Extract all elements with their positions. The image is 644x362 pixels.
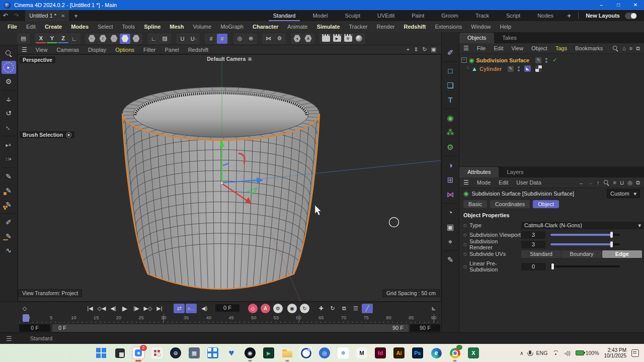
section-tab-basic[interactable]: Basic <box>463 200 487 208</box>
taskbar-zoom-icon[interactable]: 2 <box>132 346 145 359</box>
menu-mesh[interactable]: Mesh <box>165 21 188 32</box>
layout-tab-standard[interactable]: Standard <box>265 10 304 21</box>
key-parameter-toggle[interactable]: ☰ <box>350 304 361 313</box>
segment-edge[interactable]: Edge <box>602 250 642 258</box>
taskbar-illustrator-icon[interactable]: Ai <box>392 346 406 359</box>
filter-icon[interactable]: ≡ <box>629 45 632 51</box>
viewport-menu-options[interactable]: Options <box>111 47 139 53</box>
document-tab[interactable]: Untitled 1 * ✕ <box>25 10 69 21</box>
layout-tab-track[interactable]: Track <box>467 10 498 21</box>
slider-handle[interactable] <box>610 232 613 238</box>
keyframe-mode-button[interactable]: A… <box>186 304 197 313</box>
render-settings-icon[interactable] <box>354 34 364 44</box>
layout-tab-paint[interactable]: Paint <box>403 10 433 21</box>
search-icon[interactable] <box>613 45 618 51</box>
goto-start-button[interactable]: |◀ <box>85 304 96 313</box>
enabled-check-icon[interactable]: ✓ <box>552 57 557 63</box>
om-menu-icon[interactable]: ☰ <box>459 45 473 52</box>
record-rotation-button[interactable]: ↻ <box>300 304 309 313</box>
spline-pen-icon[interactable]: ✐ <box>443 46 458 59</box>
menu-spline[interactable]: Spline <box>139 21 165 32</box>
auto-mode-icon[interactable]: A <box>303 34 313 44</box>
tab-objects[interactable]: Objects <box>459 33 494 43</box>
taskbar-calculator-icon[interactable]: ▦ <box>188 346 201 359</box>
viewport-menu-panel[interactable]: Panel <box>160 47 184 53</box>
deformer-icon[interactable]: ⚙ <box>443 140 458 154</box>
forward-icon[interactable]: → <box>588 179 593 186</box>
slider-handle[interactable] <box>610 241 613 247</box>
points-move-icon[interactable]: ∷+ <box>2 152 16 165</box>
polygons-mode-icon[interactable]: ▫ <box>109 34 119 44</box>
tray-chevron-icon[interactable]: ∧ <box>520 350 524 356</box>
symmetry-icon[interactable]: ⋈ <box>263 34 274 44</box>
menu-modes[interactable]: Modes <box>66 21 93 32</box>
edges-mode-icon[interactable]: / <box>98 34 108 44</box>
generator-icon[interactable]: ◉ <box>443 111 458 125</box>
sculpt-square-icon[interactable]: ✎ <box>2 184 16 197</box>
volume-icon[interactable]: ◑ <box>443 158 458 172</box>
taskbar-indesign-icon[interactable]: Id <box>374 346 387 359</box>
taskbar-health-app-icon[interactable]: ♥ <box>225 346 238 359</box>
edit-toggle-icon[interactable]: ✎ <box>508 66 514 72</box>
menu-simulate[interactable]: Simulate <box>312 21 345 32</box>
taskbar-filmora-icon[interactable]: ▶ <box>262 346 275 359</box>
fcurve-editor-icon[interactable]: ⊾ <box>428 304 439 313</box>
sculpt-points-icon[interactable]: ✎ <box>2 198 16 211</box>
microphone-icon[interactable] <box>529 350 531 354</box>
camera-icon[interactable]: ▣ <box>443 220 458 234</box>
keyframe-settings-button[interactable]: ⚙ <box>273 304 283 313</box>
scale-tool-icon[interactable]: ↔ <box>0 118 18 137</box>
volume-icon[interactable]: ◃)) <box>564 350 570 356</box>
om-edit[interactable]: Edit <box>490 45 508 51</box>
segment-boundary[interactable]: Boundary <box>561 250 601 258</box>
taskbar-file-explorer-icon[interactable] <box>281 346 294 359</box>
make-editable-icon[interactable]: ▤ <box>18 34 29 44</box>
tab-attributes[interactable]: Attributes <box>459 167 499 177</box>
menu-edit[interactable]: Edit <box>22 21 40 32</box>
expand-icon[interactable]: − <box>461 57 467 63</box>
animation-dot-icon[interactable]: ◇ <box>463 242 469 247</box>
menu-extensions[interactable]: Extensions <box>431 21 467 32</box>
key-scale-toggle[interactable]: ⧉ <box>339 304 350 313</box>
toggle-view-icon[interactable]: ▣ <box>431 46 436 53</box>
move-tool-icon[interactable]: ↔↕ <box>2 93 16 106</box>
popout-icon[interactable]: ⧉ <box>636 179 640 186</box>
battery-indicator[interactable]: 100% <box>576 350 599 356</box>
prev-frame-button[interactable]: ◀| <box>108 304 119 313</box>
taskbar-snipping-tool-icon[interactable] <box>113 346 126 359</box>
play-button[interactable]: ▶ <box>119 304 130 313</box>
object-name[interactable]: Subdivision Surface <box>476 57 529 63</box>
fields-icon[interactable]: ⋈ <box>443 188 458 201</box>
up-icon[interactable]: ↑ <box>597 179 600 186</box>
axis-x-icon[interactable]: X <box>36 34 46 43</box>
om-file[interactable]: File <box>473 45 490 51</box>
snap-icon[interactable]: U <box>177 34 188 44</box>
taskbar-edge-icon[interactable]: e <box>430 346 443 359</box>
loop-playback-button[interactable]: ⇄ <box>174 304 185 313</box>
new-document-button[interactable]: + <box>69 12 83 20</box>
lock-icon[interactable]: ⊔ <box>620 179 624 186</box>
attr-user-data[interactable]: User Data <box>512 179 545 186</box>
language-indicator[interactable]: ENG <box>536 350 548 356</box>
notification-icon[interactable] <box>631 349 639 357</box>
taskbar-obs-studio-icon[interactable]: ◉ <box>244 346 257 359</box>
section-tab-coordinates[interactable]: Coordinates <box>490 200 530 208</box>
menu-redshift[interactable]: Redshift <box>399 21 431 32</box>
popout-icon[interactable]: ⧉ <box>636 45 640 52</box>
taskbar-ms-store-icon[interactable] <box>206 346 219 359</box>
menu-help[interactable]: Help <box>495 21 516 32</box>
object-row-cylinder[interactable]: └▲Cylinder✎◣ <box>459 64 644 73</box>
display-tag-icon[interactable] <box>535 65 542 72</box>
tab-takes[interactable]: Takes <box>494 33 525 43</box>
preview-range-bar[interactable]: 0 F 90 F <box>52 324 409 332</box>
menu-select[interactable]: Select <box>93 21 118 32</box>
layout-tab-sculpt[interactable]: Sculpt <box>336 10 369 21</box>
property-value-field[interactable]: 3 <box>521 231 545 239</box>
render-team-icon[interactable]: ⚙ <box>343 34 353 44</box>
viewport-menu-filter[interactable]: Filter <box>139 47 160 53</box>
viewport-menu-view[interactable]: View <box>31 47 52 53</box>
playhead[interactable] <box>23 314 29 322</box>
current-frame-field[interactable]: 0 F <box>215 304 239 312</box>
om-object[interactable]: Object <box>527 45 551 51</box>
animation-dot-icon[interactable]: ◇ <box>463 232 469 237</box>
